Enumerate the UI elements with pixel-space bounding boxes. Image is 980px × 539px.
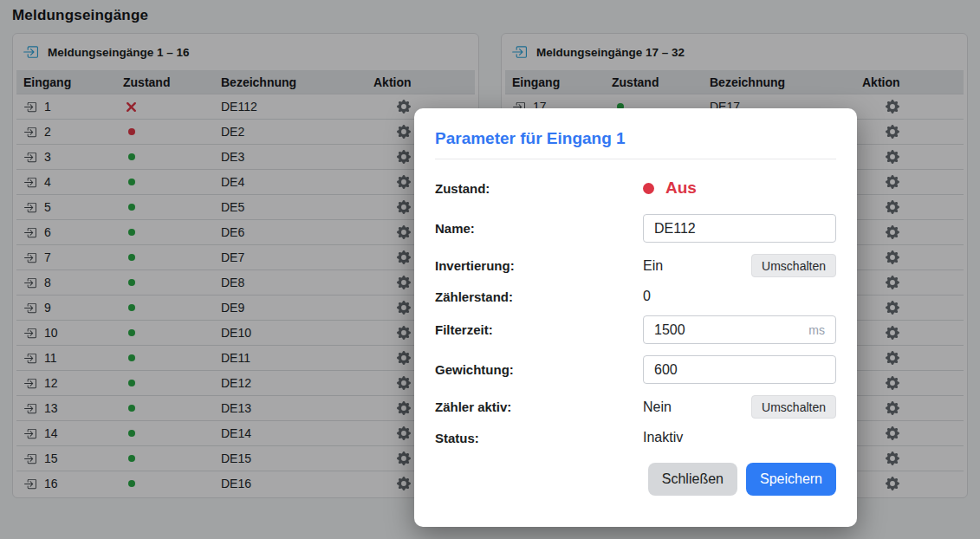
divider — [435, 159, 836, 159]
state-value: Aus — [665, 179, 697, 198]
status-value: Inaktiv — [643, 430, 683, 445]
field-label-zustand: Zustand: — [435, 181, 643, 196]
invertierung-value: Ein — [643, 258, 663, 274]
field-label-filterzeit: Filterzeit: — [435, 322, 643, 337]
field-label-name: Name: — [435, 221, 643, 236]
zaehler-aktiv-value: Nein — [643, 399, 672, 415]
name-input[interactable] — [643, 214, 836, 243]
zaehler-aktiv-toggle-button[interactable]: Umschalten — [751, 395, 836, 419]
dialog-title: Parameter für Eingang 1 — [435, 129, 836, 148]
field-label-zaehlerstand: Zählerstand: — [435, 289, 643, 304]
field-label-status: Status: — [435, 431, 643, 445]
gewichtung-input[interactable] — [643, 355, 836, 384]
zaehlerstand-value: 0 — [643, 289, 651, 304]
field-label-gewichtung: Gewichtung: — [435, 362, 643, 377]
invertierung-toggle-button[interactable]: Umschalten — [751, 254, 836, 277]
field-label-zaehler-aktiv: Zähler aktiv: — [435, 399, 643, 414]
field-label-invertierung: Invertierung: — [435, 258, 643, 273]
close-button[interactable]: Schließen — [648, 463, 737, 496]
filterzeit-input[interactable] — [643, 315, 836, 344]
save-button[interactable]: Speichern — [746, 463, 836, 496]
state-dot — [643, 183, 654, 194]
parameter-dialog: Parameter für Eingang 1 Zustand:AusName:… — [414, 108, 857, 527]
dialog-footer: Schließen Speichern — [435, 463, 836, 496]
parameter-form: Zustand:AusName:Invertierung:EinUmschalt… — [435, 173, 836, 445]
